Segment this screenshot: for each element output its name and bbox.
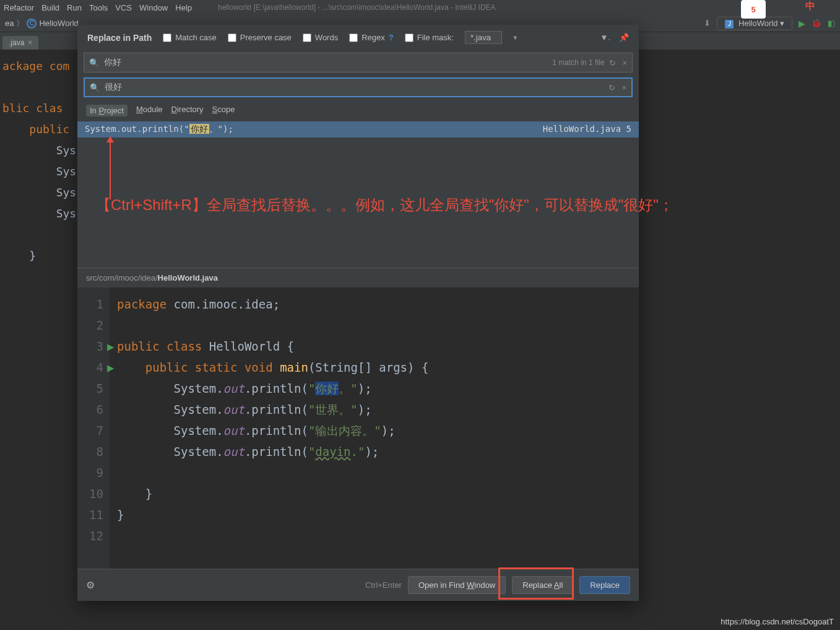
java-icon: J <box>725 20 734 28</box>
breadcrumb-project[interactable]: ea <box>5 19 14 28</box>
preview-code[interactable]: package com.imooc.idea; public class Hel… <box>110 287 428 569</box>
scope-module[interactable]: Module <box>136 105 163 116</box>
search-input[interactable] <box>104 58 547 68</box>
menu-window[interactable]: Window <box>139 3 168 12</box>
gear-icon[interactable]: ⚙ <box>86 579 95 591</box>
menu-refactor[interactable]: Refactor <box>4 3 34 12</box>
menu-vcs[interactable]: VCS <box>115 3 132 12</box>
search-field-row: 🔍 1 match in 1 file ↻ × <box>84 53 633 72</box>
preserve-case-checkbox[interactable]: Preserve case <box>228 33 292 42</box>
menu-bar: Refactor Build Run Tools VCS Window Help… <box>0 0 840 15</box>
shortcut-hint: Ctrl+Enter <box>365 580 402 590</box>
words-checkbox[interactable]: Words <box>303 33 338 42</box>
scope-scope[interactable]: Scope <box>212 105 235 116</box>
search-status: 1 match in 1 file <box>552 58 604 67</box>
filter-icon[interactable]: ▼. <box>600 33 610 42</box>
menu-tools[interactable]: Tools <box>89 3 108 12</box>
history-icon[interactable]: ↻ <box>609 58 616 68</box>
close-icon[interactable]: × <box>28 38 32 47</box>
build-icon[interactable]: ⬇ <box>704 19 711 28</box>
replace-button[interactable]: Replace <box>579 576 630 594</box>
class-icon: C <box>27 19 37 28</box>
line-gutter: 123▶4▶56789101112 <box>77 287 110 569</box>
dialog-title: Replace in Path <box>87 33 152 43</box>
breadcrumb-file[interactable]: HelloWorld <box>39 19 78 28</box>
menu-help[interactable]: Help <box>175 3 192 12</box>
window-title-path: helloworld [E:\java\helloworld] - ...\sr… <box>218 3 496 12</box>
dialog-header: Replace in Path Match case Preserve case… <box>77 25 639 50</box>
watermark: https://blog.csdn.net/csDogoatT <box>721 617 834 626</box>
coverage-icon[interactable]: ◧ <box>828 19 835 28</box>
open-find-window-button[interactable]: Open in Find Window <box>408 576 506 594</box>
preview-pane: 123▶4▶56789101112 package com.imooc.idea… <box>77 287 639 569</box>
replace-input[interactable] <box>105 82 604 92</box>
regex-checkbox[interactable]: Regex ? <box>349 33 394 42</box>
search-icon: 🔍 <box>89 58 99 68</box>
replace-in-path-dialog: Replace in Path Match case Preserve case… <box>77 25 639 601</box>
menu-build[interactable]: Build <box>41 3 59 12</box>
annotation-area: 【Ctrl+Shift+R】全局查找后替换。。。例如，这儿全局查找"你好"，可以… <box>77 138 639 268</box>
annotation-arrow <box>110 138 111 199</box>
regex-help-icon[interactable]: ? <box>389 33 394 42</box>
dialog-footer: ⚙ Ctrl+Enter Open in Find Window Replace… <box>77 569 639 601</box>
replace-all-button[interactable]: Replace All <box>512 576 573 594</box>
clear-search-icon[interactable]: × <box>622 58 627 68</box>
replace-field-row: 🔍 ↻ × <box>84 77 633 97</box>
scope-in-project[interactable]: In Project <box>86 105 128 116</box>
chevron-icon: 〉 <box>16 18 24 29</box>
preview-filepath: src/com/imooc/idea/HelloWorld.java <box>77 268 639 287</box>
result-location: HelloWorld.java 5 <box>543 124 631 135</box>
notification-badge[interactable]: 5 <box>741 0 766 19</box>
tab-java-file[interactable]: .java × <box>2 36 38 50</box>
history-icon[interactable]: ↻ <box>608 83 615 92</box>
run-icon[interactable]: ▶ <box>799 19 805 28</box>
filemask-checkbox[interactable]: File mask: <box>405 33 454 42</box>
filemask-input[interactable] <box>465 31 502 44</box>
search-icon: 🔍 <box>90 83 100 92</box>
scope-tabs: In Project Module Directory Scope <box>77 100 639 121</box>
pin-icon[interactable]: 📌 <box>619 33 629 42</box>
search-result-row[interactable]: System.out.println("你好。"); HelloWorld.ja… <box>77 121 639 138</box>
language-indicator: 中 <box>805 0 815 13</box>
scope-directory[interactable]: Directory <box>171 105 204 116</box>
clear-replace-icon[interactable]: × <box>621 83 626 92</box>
menu-run[interactable]: Run <box>67 3 82 12</box>
filemask-dropdown-icon[interactable]: ▾ <box>513 33 517 42</box>
debug-icon[interactable]: 🐞 <box>812 19 821 28</box>
annotation-text: 【Ctrl+Shift+R】全局查找后替换。。。例如，这儿全局查找"你好"，可以… <box>96 193 837 217</box>
match-case-checkbox[interactable]: Match case <box>163 33 216 42</box>
result-text: System.out.println("你好。"); <box>85 124 233 135</box>
